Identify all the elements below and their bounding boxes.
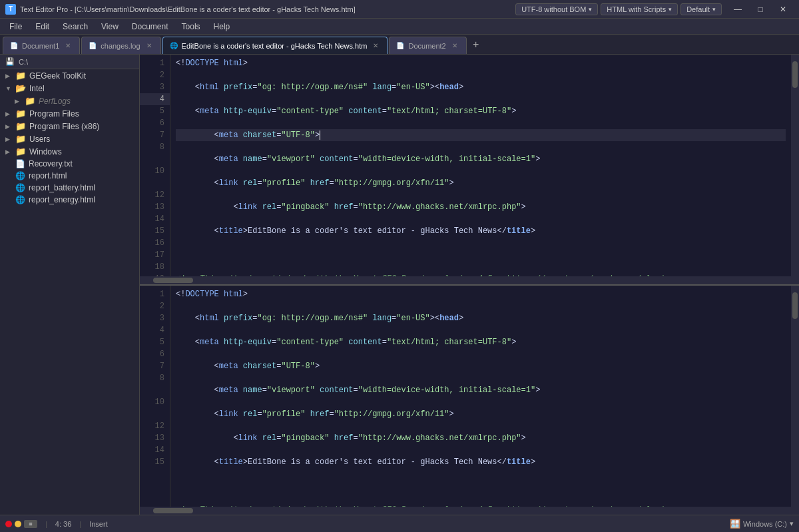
status-mode: Insert [89,520,108,528]
tree-label-perflogs: PerfLogs [39,97,71,106]
status-sep-1: | [45,520,47,528]
tab-document1[interactable]: 📄 Document1 ✕ [3,37,80,54]
line-numbers-bottom: 1 2 3 4 5 6 7 8 10 12 13 14 15 [140,286,170,507]
file-icon-report: 🌐 [15,171,25,180]
code-line-b7: <link rel="pingback" href="http://www.gh… [176,432,786,444]
minimize-button[interactable]: — [727,3,748,16]
code-line-b3: <meta http-equiv="content-type" content=… [176,336,786,348]
bln-6: 6 [140,348,170,360]
tree-item-programfiles[interactable]: ▶ 📁 Program Files [0,107,139,120]
main-layout: 💾 C:\ ▶ 📁 GEGeek ToolKit ▼ 📂 Intel ▶ 📁 P… [0,55,799,515]
code-line-b6: <link rel="profile" href="http://gmpg.or… [176,408,786,420]
tree-item-intel[interactable]: ▼ 📂 Intel [0,82,139,95]
ln-13: 13 [140,201,170,213]
status-dot-red [5,521,12,527]
app-icon: T [5,4,16,15]
tree-item-windows[interactable]: ▶ 📁 Windows [0,145,139,158]
code-line-b5: <meta name="viewport" content="width=dev… [176,384,786,396]
status-bar: ≡ | 4: 36 | Insert 🪟 Windows (C:) ▾ [0,515,799,532]
ln-15: 15 [140,225,170,237]
scrollbar-v-bottom[interactable] [791,286,799,507]
tab-icon-editbone: 🌐 [170,42,178,49]
menu-edit[interactable]: Edit [29,20,56,33]
syntax-dropdown[interactable]: HTML with Scripts [601,3,678,15]
bln-14: 14 [140,444,170,456]
ln-1: 1 [140,57,170,69]
tab-document2[interactable]: 📄 Document2 ✕ [389,37,466,54]
code-line-t7: <link rel="pingback" href="http://www.gh… [176,201,786,213]
file-icon-recovery: 📄 [15,159,25,168]
maximize-button[interactable]: □ [750,3,771,16]
tree-label-report-battery: report_battery.html [29,183,95,192]
ln-blank-1 [140,153,170,165]
menu-bar: File Edit Search View Document Tools Hel… [0,19,799,35]
folder-icon-users: 📁 [15,134,26,144]
ln-10: 10 [140,165,170,177]
expand-arrow-intel: ▼ [5,85,12,92]
ln-4: 4 [140,93,170,105]
bln-4: 4 [140,324,170,336]
menu-file[interactable]: File [3,20,29,33]
tree-item-report-battery[interactable]: ▶ 🌐 report_battery.html [0,182,139,194]
sidebar-header: 💾 C:\ [0,55,139,69]
encoding-dropdown[interactable]: UTF-8 without BOM [515,3,598,15]
tab-icon-doc2: 📄 [396,42,404,49]
menu-search[interactable]: Search [56,20,95,33]
tab-changes[interactable]: 📄 changes.log ✕ [81,37,160,54]
ln-7: 7 [140,129,170,141]
bln-12: 12 [140,420,170,432]
title-bar: T Text Editor Pro - [C:\Users\martin\Dow… [0,0,799,19]
editor-scroll-bottom: 1 2 3 4 5 6 7 8 10 12 13 14 15 <!DOCTYPE [140,286,799,507]
status-sep-2: | [79,520,81,528]
ln-17: 17 [140,249,170,261]
menu-document[interactable]: Document [125,20,175,33]
tab-editbone[interactable]: 🌐 EditBone is a coder's text editor - gH… [162,37,388,54]
tab-label-changes: changes.log [101,42,140,50]
ln-5: 5 [140,105,170,117]
tab-label-doc1: Document1 [22,42,59,50]
code-line-t8: <title>EditBone is a coder's text editor… [176,225,786,237]
scrollbar-h-bottom[interactable] [140,507,799,515]
tree-item-gegeek[interactable]: ▶ 📁 GEGeek ToolKit [0,69,139,82]
tab-close-changes[interactable]: ✕ [144,41,154,51]
tree-item-perflogs[interactable]: ▶ 📁 PerfLogs [0,95,139,107]
code-line-t9 [176,249,786,261]
editors-area: 1 2 3 4 5 6 7 8 10 12 13 14 15 16 17 [140,55,799,515]
menu-tools[interactable]: Tools [175,20,207,33]
tab-label-editbone: EditBone is a coder's text editor - gHac… [182,42,368,50]
tab-close-editbone[interactable]: ✕ [371,41,380,51]
menu-view[interactable]: View [95,20,125,33]
tree-label-intel: Intel [29,84,45,93]
tree-item-recovery[interactable]: ▶ 📄 Recovery.txt [0,158,139,170]
tree-item-report[interactable]: ▶ 🌐 report.html [0,170,139,182]
folder-icon-pfx86: 📁 [15,121,26,131]
code-content-top[interactable]: <!DOCTYPE html> <html prefix="og: http:/… [170,55,791,276]
code-line-t4: <meta charset="UTF-8"> [176,129,786,141]
new-tab-button[interactable]: + [468,37,484,53]
tree-item-report-energy[interactable]: ▶ 🌐 report_energy.html [0,194,139,206]
scrollbar-v-top[interactable] [791,55,799,276]
code-line-b2: <html prefix="og: http://ogp.me/ns#" lan… [176,312,786,324]
tree-label-pfx86: Program Files (x86) [29,122,99,131]
tree-label-gegeek: GEGeek ToolKit [29,71,86,81]
expand-arrow-pfx86: ▶ [5,123,12,130]
tab-label-doc2: Document2 [408,42,445,50]
tab-close-doc1[interactable]: ✕ [63,41,73,51]
close-button[interactable]: ✕ [772,3,794,16]
tab-icon-doc1: 📄 [10,42,18,49]
drive-icon: 💾 [5,57,15,66]
scrollbar-h-top[interactable] [140,276,799,284]
code-content-bottom[interactable]: <!DOCTYPE html> <html prefix="og: http:/… [170,286,791,507]
bln-7: 7 [140,360,170,372]
tree-item-users[interactable]: ▶ 📁 Users [0,133,139,145]
line-numbers-top: 1 2 3 4 5 6 7 8 10 12 13 14 15 16 17 [140,55,170,276]
tab-close-doc2[interactable]: ✕ [450,41,459,51]
theme-dropdown[interactable]: Default [680,3,722,15]
ln-16: 16 [140,237,170,249]
status-drive[interactable]: 🪟 Windows (C:) ▾ [730,519,794,529]
menu-help[interactable]: Help [207,20,237,33]
tree-item-programfilesx86[interactable]: ▶ 📁 Program Files (x86) [0,120,139,133]
bln-10: 10 [140,396,170,408]
windows-drive-icon: 🪟 [730,519,740,529]
scrollbar-thumb-top [792,61,798,88]
